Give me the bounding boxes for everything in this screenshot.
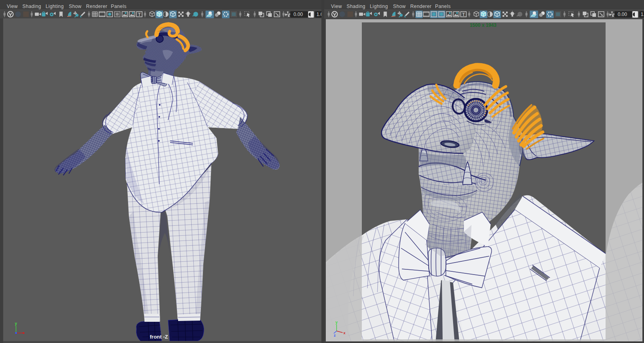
svg-text:1.0: 1.0 — [317, 12, 321, 17]
svg-text:y: y — [335, 320, 338, 325]
svg-text:y: y — [15, 321, 17, 326]
svg-text:1500 x 1943: 1500 x 1943 — [470, 22, 497, 28]
svg-text:1.0: 1.0 — [641, 12, 644, 17]
svg-text:x: x — [343, 331, 345, 335]
svg-text:T: T — [462, 12, 465, 17]
svg-text:T: T — [138, 12, 141, 17]
svg-text:z: z — [334, 333, 336, 337]
svg-text:front -Z: front -Z — [150, 334, 168, 340]
svg-text:0.00: 0.00 — [618, 12, 627, 17]
svg-text:0.00: 0.00 — [293, 12, 303, 17]
